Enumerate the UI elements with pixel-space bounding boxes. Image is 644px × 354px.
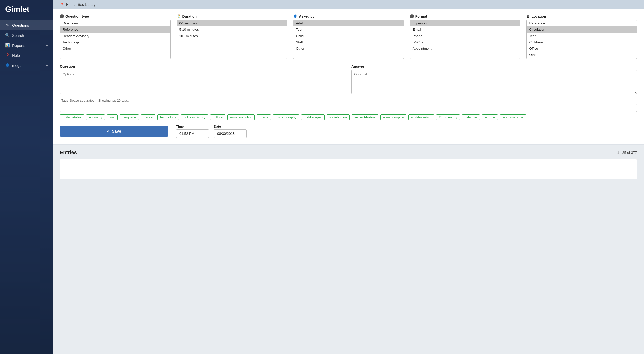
question-type-info-icon: ℹ xyxy=(60,14,64,18)
location-group: 🖥 Location Reference Circulation Teen Ch… xyxy=(526,14,637,59)
sidebar-item-help[interactable]: ❓ Help xyxy=(0,50,53,60)
loc-childrens[interactable]: Childrens xyxy=(527,39,637,45)
entries-header: Entries 1 - 25 of 377 xyxy=(60,150,637,155)
tag-badge[interactable]: war xyxy=(107,114,118,120)
reports-icon: 📊 xyxy=(5,43,10,48)
date-input[interactable] xyxy=(214,129,247,138)
asked-by-listbox[interactable]: Adult Teen Child Staff Other xyxy=(293,20,404,59)
ab-teen[interactable]: Teen xyxy=(293,26,404,33)
location-label: 🖥 Location xyxy=(526,14,637,18)
time-group: Time xyxy=(176,125,209,138)
dur-5-10[interactable]: 5-10 minutes xyxy=(177,26,287,33)
table-row[interactable] xyxy=(60,169,637,179)
sidebar-item-search[interactable]: 🔍 Search xyxy=(0,30,53,40)
date-group: Date xyxy=(214,125,247,138)
tag-badge[interactable]: calendar xyxy=(462,114,480,120)
loc-circulation[interactable]: Circulation xyxy=(527,26,637,33)
format-group: ℹ Format In person Email Phone IM/Chat A… xyxy=(410,14,520,59)
time-input[interactable] xyxy=(176,129,209,138)
table-row[interactable] xyxy=(60,159,637,169)
sidebar-item-questions[interactable]: ✎ Questions xyxy=(0,20,53,30)
sidebar: Gimlet ✎ Questions 🔍 Search 📊 Reports ▶ … xyxy=(0,0,53,354)
tag-badge[interactable]: world-war-one xyxy=(500,114,526,120)
tag-badge[interactable]: historiography xyxy=(273,114,299,120)
tag-badge[interactable]: middle-ages xyxy=(301,114,325,120)
hourglass-icon: ⏳ xyxy=(177,14,181,18)
question-textarea[interactable] xyxy=(60,70,345,94)
person-icon: 👤 xyxy=(293,14,297,18)
monitor-icon: 🖥 xyxy=(526,14,530,18)
tag-badge[interactable]: soviet-union xyxy=(327,114,350,120)
ab-adult[interactable]: Adult xyxy=(293,20,404,26)
tag-badge[interactable]: world-war-two xyxy=(408,114,434,120)
entries-count: 1 - 25 of 377 xyxy=(617,151,637,155)
asked-by-label: 👤 Asked by xyxy=(293,14,404,18)
format-label: ℹ Format xyxy=(410,14,520,18)
tag-badge[interactable]: culture xyxy=(210,114,225,120)
format-info-icon: ℹ xyxy=(410,14,414,18)
user-icon: 👤 xyxy=(5,63,10,68)
duration-listbox[interactable]: 0-5 minutes 5-10 minutes 10+ minutes xyxy=(177,20,287,59)
sidebar-item-reports-label: Reports xyxy=(12,43,25,48)
tag-badge[interactable]: political-history xyxy=(181,114,208,120)
format-listbox[interactable]: In person Email Phone IM/Chat Appointmen… xyxy=(410,20,520,59)
qt-readers-advisory[interactable]: Readers Advisory xyxy=(60,33,170,39)
tag-badge[interactable]: united-states xyxy=(60,114,84,120)
entries-section: Entries 1 - 25 of 377 xyxy=(53,145,644,354)
qt-directional[interactable]: Directional xyxy=(60,20,170,26)
loc-other[interactable]: Other xyxy=(527,52,637,58)
asked-by-group: 👤 Asked by Adult Teen Child Staff Other xyxy=(293,14,404,59)
user-chevron-icon: ▶ xyxy=(46,64,48,67)
qt-reference[interactable]: Reference xyxy=(60,26,170,33)
qt-technology[interactable]: Technology xyxy=(60,39,170,45)
question-type-listbox[interactable]: Directional Reference Readers Advisory T… xyxy=(60,20,171,59)
fmt-appointment[interactable]: Appointment xyxy=(410,45,520,52)
main-content: 📍 Humanities Library ℹ Question type Dir… xyxy=(53,0,644,354)
tags-cloud: united-stateseconomywarlanguagefrancetec… xyxy=(60,114,637,120)
ab-child[interactable]: Child xyxy=(293,33,404,39)
sidebar-item-questions-label: Questions xyxy=(12,23,29,27)
answer-label: Answer xyxy=(351,64,637,68)
tag-badge[interactable]: technology xyxy=(157,114,179,120)
tag-badge[interactable]: language xyxy=(120,114,139,120)
search-icon: 🔍 xyxy=(5,33,10,38)
tags-input[interactable] xyxy=(60,104,637,112)
sidebar-item-help-label: Help xyxy=(12,53,20,58)
dur-0-5[interactable]: 0-5 minutes xyxy=(177,20,287,26)
entries-table xyxy=(60,159,637,179)
loc-teen[interactable]: Teen xyxy=(527,33,637,39)
tag-badge[interactable]: economy xyxy=(86,114,105,120)
tag-badge[interactable]: europe xyxy=(482,114,498,120)
tag-badge[interactable]: roman-empire xyxy=(380,114,406,120)
fmt-in-person[interactable]: In person xyxy=(410,20,520,26)
app-logo: Gimlet xyxy=(0,0,53,18)
tag-badge[interactable]: 20th-century xyxy=(436,114,460,120)
fmt-im-chat[interactable]: IM/Chat xyxy=(410,39,520,45)
sidebar-item-user[interactable]: 👤 megan ▶ xyxy=(0,60,53,70)
tag-badge[interactable]: ancient-history xyxy=(352,114,379,120)
ab-staff[interactable]: Staff xyxy=(293,39,404,45)
questions-icon: ✎ xyxy=(5,23,10,27)
fmt-email[interactable]: Email xyxy=(410,26,520,33)
dur-10plus[interactable]: 10+ minutes xyxy=(177,33,287,39)
answer-textarea[interactable] xyxy=(351,70,637,94)
loc-office[interactable]: Office xyxy=(527,45,637,52)
sidebar-item-reports[interactable]: 📊 Reports ▶ xyxy=(0,40,53,50)
tag-badge[interactable]: roman-republic xyxy=(227,114,255,120)
ab-other[interactable]: Other xyxy=(293,45,404,52)
qt-other[interactable]: Other xyxy=(60,45,170,52)
sidebar-item-search-label: Search xyxy=(12,33,24,38)
sidebar-item-user-label: megan xyxy=(12,63,24,68)
fmt-phone[interactable]: Phone xyxy=(410,33,520,39)
tag-badge[interactable]: russia xyxy=(257,114,271,120)
question-type-group: ℹ Question type Directional Reference Re… xyxy=(60,14,171,59)
question-group: Question xyxy=(60,64,345,94)
date-label: Date xyxy=(214,125,247,128)
tags-row: TagsSpace separated – Showing top 20 tag… xyxy=(60,98,637,120)
action-row: ✓ Save Time Date xyxy=(60,125,637,138)
location-listbox[interactable]: Reference Circulation Teen Childrens Off… xyxy=(526,20,637,59)
save-checkmark-icon: ✓ xyxy=(107,129,110,134)
tag-badge[interactable]: france xyxy=(141,114,155,120)
save-button[interactable]: ✓ Save xyxy=(60,126,168,137)
loc-reference[interactable]: Reference xyxy=(527,20,637,26)
